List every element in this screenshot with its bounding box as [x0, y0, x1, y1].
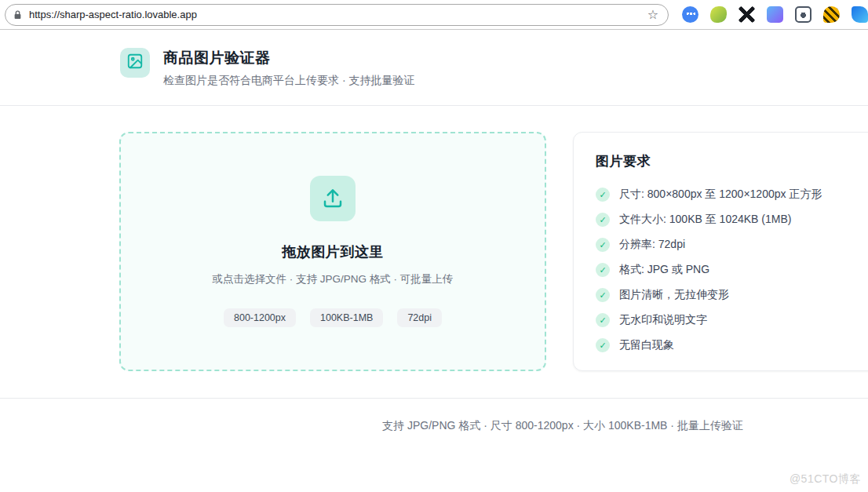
- footer-text: 支持 JPG/PNG 格式 · 尺寸 800-1200px · 大小 100KB…: [0, 399, 868, 454]
- page-subtitle: 检查图片是否符合电商平台上传要求 · 支持批量验证: [163, 74, 414, 88]
- check-icon: ✓: [596, 188, 610, 202]
- requirement-item: ✓ 文件大小: 100KB 至 1024KB (1MB): [596, 213, 868, 227]
- check-icon: ✓: [596, 338, 610, 352]
- requirement-text: 无留白现象: [619, 338, 674, 352]
- requirement-item: ✓ 尺寸: 800×800px 至 1200×1200px 正方形: [596, 188, 868, 202]
- requirement-item: ✓ 图片清晰，无拉伸变形: [596, 288, 868, 302]
- scissors-extension-icon[interactable]: [739, 6, 755, 23]
- requirements-title: 图片要求: [596, 152, 868, 170]
- requirement-text: 图片清晰，无拉伸变形: [619, 288, 729, 302]
- camera-extension-icon[interactable]: [795, 6, 811, 23]
- bee-extension-icon[interactable]: [823, 6, 840, 23]
- dropzone-badges: 800-1200px 100KB-1MB 72dpi: [224, 308, 442, 327]
- image-icon: [126, 53, 144, 73]
- app-header: 商品图片验证器 检查图片是否符合电商平台上传要求 · 支持批量验证: [0, 30, 868, 106]
- main-area: 拖放图片到这里 或点击选择文件 · 支持 JPG/PNG 格式 · 可批量上传 …: [0, 132, 868, 371]
- address-bar[interactable]: https://sharp-aspect-ratio.lovable.app ☆: [5, 4, 669, 26]
- requirement-text: 格式: JPG 或 PNG: [619, 263, 709, 277]
- requirement-text: 分辨率: 72dpi: [619, 238, 685, 252]
- requirements-card: 图片要求 ✓ 尺寸: 800×800px 至 1200×1200px 正方形 ✓…: [573, 132, 868, 371]
- check-icon: ✓: [596, 238, 610, 252]
- url-text: https://sharp-aspect-ratio.lovable.app: [29, 9, 197, 20]
- upload-icon: [310, 176, 356, 221]
- requirement-item: ✓ 分辨率: 72dpi: [596, 238, 868, 252]
- browser-toolbar: https://sharp-aspect-ratio.lovable.app ☆: [0, 0, 868, 30]
- dropzone-hint: 或点击选择文件 · 支持 JPG/PNG 格式 · 可批量上传: [213, 272, 454, 286]
- chat-extension-icon[interactable]: [682, 6, 698, 23]
- check-icon: ✓: [596, 288, 610, 302]
- badge-resolution: 72dpi: [397, 308, 442, 327]
- leaf-extension-icon[interactable]: [710, 6, 727, 23]
- app-logo: [120, 48, 150, 78]
- gradient-extension-icon[interactable]: [767, 6, 783, 23]
- requirement-text: 无水印和说明文字: [619, 313, 707, 327]
- watermark: @51CTO博客: [790, 472, 861, 487]
- page-title: 商品图片验证器: [163, 48, 414, 68]
- bird-extension-icon[interactable]: [852, 6, 868, 23]
- check-icon: ✓: [596, 313, 610, 327]
- requirement-text: 文件大小: 100KB 至 1024KB (1MB): [619, 213, 791, 227]
- bookmark-star-icon[interactable]: ☆: [647, 9, 658, 21]
- upload-dropzone[interactable]: 拖放图片到这里 或点击选择文件 · 支持 JPG/PNG 格式 · 可批量上传 …: [119, 132, 546, 371]
- extensions-bar: [682, 6, 868, 23]
- page: 商品图片验证器 检查图片是否符合电商平台上传要求 · 支持批量验证 拖放图片到这…: [0, 30, 868, 492]
- requirement-item: ✓ 无水印和说明文字: [596, 313, 868, 327]
- requirement-item: ✓ 无留白现象: [596, 338, 868, 352]
- lock-icon[interactable]: [13, 9, 23, 20]
- requirements-list: ✓ 尺寸: 800×800px 至 1200×1200px 正方形 ✓ 文件大小…: [596, 188, 868, 352]
- badge-size: 800-1200px: [224, 308, 296, 327]
- dropzone-title: 拖放图片到这里: [282, 242, 384, 261]
- badge-filesize: 100KB-1MB: [310, 308, 383, 327]
- requirement-item: ✓ 格式: JPG 或 PNG: [596, 263, 868, 277]
- check-icon: ✓: [596, 213, 610, 227]
- requirement-text: 尺寸: 800×800px 至 1200×1200px 正方形: [619, 188, 822, 202]
- page-footer: 支持 JPG/PNG 格式 · 尺寸 800-1200px · 大小 100KB…: [0, 398, 868, 454]
- check-icon: ✓: [596, 263, 610, 277]
